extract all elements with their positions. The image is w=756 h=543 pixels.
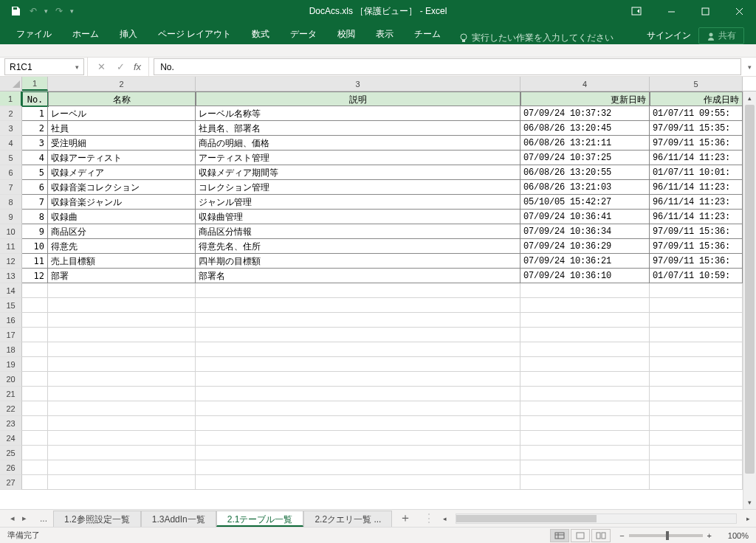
cell[interactable]: コレクション管理 — [196, 180, 520, 195]
cell[interactable]: 96/11/14 11:23: — [650, 195, 743, 210]
cell[interactable] — [22, 328, 48, 342]
cell[interactable]: 得意先名、住所 — [196, 239, 520, 254]
row-header[interactable]: 5 — [0, 151, 22, 165]
row-header[interactable]: 24 — [0, 431, 22, 446]
cell[interactable]: 商品区分 — [48, 224, 196, 239]
cell[interactable] — [520, 313, 650, 328]
cell[interactable]: 7 — [22, 195, 48, 210]
column-header[interactable]: 5 — [650, 77, 743, 91]
cell[interactable] — [196, 372, 520, 387]
cell[interactable]: 得意先 — [48, 239, 196, 254]
select-all-button[interactable] — [0, 77, 22, 91]
cell[interactable]: 06/08/26 13:21:11 — [520, 136, 650, 151]
cell[interactable] — [48, 431, 196, 446]
qat-customize-icon[interactable]: ▾ — [70, 7, 74, 15]
cell[interactable]: 07/09/24 10:36:21 — [520, 254, 650, 269]
cell[interactable] — [196, 328, 520, 342]
cell[interactable] — [196, 460, 520, 475]
cell[interactable]: 収録メディア期間等 — [196, 165, 520, 180]
normal-view-icon[interactable] — [550, 529, 569, 542]
enter-formula-icon[interactable]: ✓ — [114, 61, 126, 72]
cell[interactable]: 6 — [22, 180, 48, 195]
cell[interactable] — [22, 283, 48, 298]
cell[interactable]: 96/11/14 11:23: — [650, 180, 743, 195]
name-box-dropdown-icon[interactable]: ▾ — [75, 63, 79, 71]
cell[interactable] — [650, 387, 743, 401]
sheet-nav-next-icon[interactable]: ▸ — [19, 513, 30, 523]
zoom-percentage[interactable]: 100% — [716, 531, 749, 540]
cell[interactable] — [520, 475, 650, 490]
cell[interactable]: レーベル名称等 — [196, 106, 520, 121]
cell[interactable] — [22, 313, 48, 328]
cell[interactable] — [650, 357, 743, 372]
cell[interactable]: 07/09/24 10:36:41 — [520, 210, 650, 224]
row-header[interactable]: 9 — [0, 210, 22, 224]
row-header[interactable]: 17 — [0, 328, 22, 342]
cell[interactable]: 5 — [22, 165, 48, 180]
cell[interactable]: 07/09/24 10:36:29 — [520, 239, 650, 254]
vertical-scrollbar[interactable]: ▴ ▾ — [743, 91, 756, 509]
cell[interactable] — [48, 460, 196, 475]
cell[interactable] — [22, 298, 48, 313]
cell[interactable]: 収録音楽ジャンル — [48, 195, 196, 210]
row-header[interactable]: 18 — [0, 342, 22, 357]
cell[interactable]: 収録メディア — [48, 165, 196, 180]
cell[interactable] — [520, 328, 650, 342]
ribbon-display-options-icon[interactable] — [623, 0, 650, 22]
cell[interactable] — [196, 475, 520, 490]
cell[interactable]: 97/09/11 15:36: — [650, 254, 743, 269]
cell[interactable] — [520, 283, 650, 298]
cell[interactable] — [196, 446, 520, 460]
cell[interactable] — [650, 431, 743, 446]
cell[interactable]: 1 — [22, 106, 48, 121]
tab-data[interactable]: データ — [280, 24, 327, 44]
cell[interactable] — [48, 372, 196, 387]
formula-expand-icon[interactable]: ▾ — [748, 58, 752, 71]
row-header[interactable]: 19 — [0, 357, 22, 372]
cell[interactable] — [22, 401, 48, 416]
row-header[interactable]: 3 — [0, 121, 22, 136]
page-break-view-icon[interactable] — [591, 529, 611, 542]
cell[interactable] — [22, 446, 48, 460]
cell[interactable]: レーベル — [48, 106, 196, 121]
row-header[interactable]: 2 — [0, 106, 22, 121]
cell[interactable] — [520, 372, 650, 387]
cell[interactable] — [650, 401, 743, 416]
insert-function-icon[interactable]: fx — [134, 61, 141, 72]
row-header[interactable]: 4 — [0, 136, 22, 151]
cell[interactable] — [520, 431, 650, 446]
cell[interactable]: 06/08/26 13:20:45 — [520, 121, 650, 136]
cell[interactable] — [196, 416, 520, 431]
tab-review[interactable]: 校閲 — [327, 24, 365, 44]
new-sheet-button[interactable]: ＋ — [392, 511, 419, 526]
cell[interactable]: 売上目標額 — [48, 254, 196, 269]
cell[interactable] — [520, 342, 650, 357]
row-header[interactable]: 21 — [0, 387, 22, 401]
cell[interactable] — [48, 328, 196, 342]
cell[interactable]: 06/08/26 13:20:55 — [520, 165, 650, 180]
minimize-button[interactable] — [654, 0, 688, 22]
cell[interactable]: 更新日時 — [520, 91, 650, 106]
cell[interactable] — [196, 387, 520, 401]
cell[interactable] — [196, 431, 520, 446]
save-icon[interactable] — [9, 4, 22, 18]
cell[interactable] — [650, 283, 743, 298]
horizontal-scrollbar[interactable] — [456, 513, 737, 524]
cell[interactable]: 96/11/14 11:23: — [650, 210, 743, 224]
signin-link[interactable]: サインイン — [647, 30, 691, 42]
cell[interactable]: 12 — [22, 269, 48, 283]
cell[interactable]: アーティスト管理 — [196, 151, 520, 165]
cell[interactable] — [48, 357, 196, 372]
column-header[interactable]: 2 — [48, 77, 196, 91]
cell[interactable] — [196, 298, 520, 313]
scroll-down-icon[interactable]: ▾ — [743, 496, 756, 509]
cell[interactable] — [22, 372, 48, 387]
sheet-tab[interactable]: 1.2参照設定一覧 — [53, 511, 141, 527]
cell[interactable]: 部署名 — [196, 269, 520, 283]
cell[interactable] — [650, 475, 743, 490]
cell[interactable]: 11 — [22, 254, 48, 269]
cell[interactable]: 97/09/11 15:36: — [650, 136, 743, 151]
cell[interactable] — [650, 313, 743, 328]
undo-dropdown-icon[interactable]: ▾ — [44, 7, 48, 15]
cell[interactable] — [650, 460, 743, 475]
